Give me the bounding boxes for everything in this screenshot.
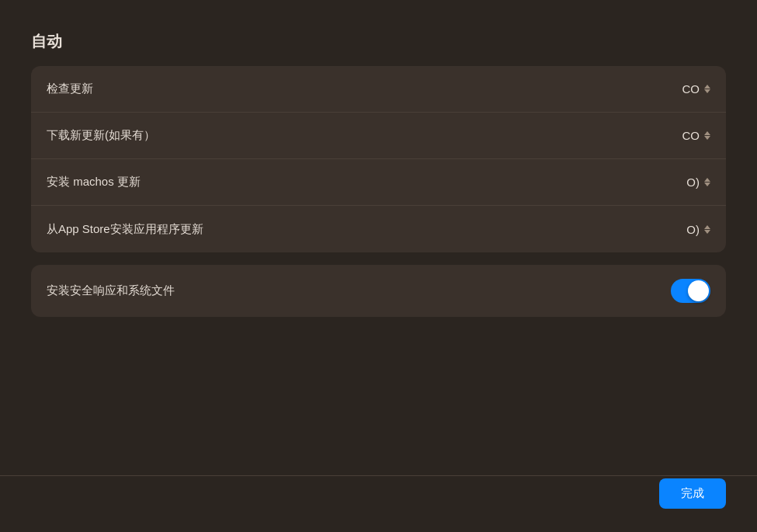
label-install-macos: 安装 machos 更新 [47, 175, 141, 190]
chevrons-install-macos [704, 175, 710, 190]
chevrons-download-updates [704, 128, 710, 144]
chevrons-install-appstore [704, 221, 710, 237]
row-download-updates: 下载新更新(如果有） CO [31, 113, 726, 159]
label-install-security: 安装安全响应和系统文件 [47, 283, 175, 298]
chevron-down-icon [704, 183, 710, 186]
toggle-install-security[interactable] [671, 279, 710, 303]
label-install-appstore: 从App Store安装应用程序更新 [47, 222, 203, 237]
dialog: 自动 检查更新 CO 下载新更新(如果有） CO [0, 0, 757, 532]
settings-group-1: 检查更新 CO 下载新更新(如果有） CO 安装 machos [31, 66, 726, 252]
chevron-down-icon [704, 136, 710, 140]
label-download-updates: 下载新更新(如果有） [47, 128, 155, 143]
chevron-up-icon [704, 131, 710, 135]
chevron-up-icon [704, 85, 710, 89]
chevron-up-icon [704, 225, 710, 229]
done-button[interactable]: 完成 [659, 478, 726, 509]
chevron-down-icon [704, 230, 710, 234]
value-check-updates: CO [682, 82, 700, 96]
control-install-appstore[interactable]: O) [686, 221, 710, 237]
section-title: 自动 [31, 31, 726, 52]
row-check-updates: 检查更新 CO [31, 66, 726, 113]
value-download-updates: CO [682, 129, 700, 142]
row-install-security: 安装安全响应和系统文件 [31, 265, 726, 317]
row-install-appstore: 从App Store安装应用程序更新 O) [31, 206, 726, 252]
value-install-macos: O) [686, 176, 700, 189]
footer: 完成 [659, 478, 726, 509]
control-check-updates[interactable]: CO [682, 82, 711, 97]
chevron-down-icon [704, 89, 710, 93]
value-install-appstore: O) [686, 223, 700, 236]
control-download-updates[interactable]: CO [682, 128, 711, 144]
settings-group-2: 安装安全响应和系统文件 [31, 265, 726, 317]
chevrons-check-updates [704, 82, 710, 97]
chevron-up-icon [704, 178, 710, 182]
label-check-updates: 检查更新 [47, 82, 93, 96]
control-install-security[interactable] [671, 279, 710, 303]
control-install-macos[interactable]: O) [686, 175, 710, 190]
footer-divider [0, 475, 757, 476]
row-install-macos: 安装 machos 更新 O) [31, 159, 726, 206]
